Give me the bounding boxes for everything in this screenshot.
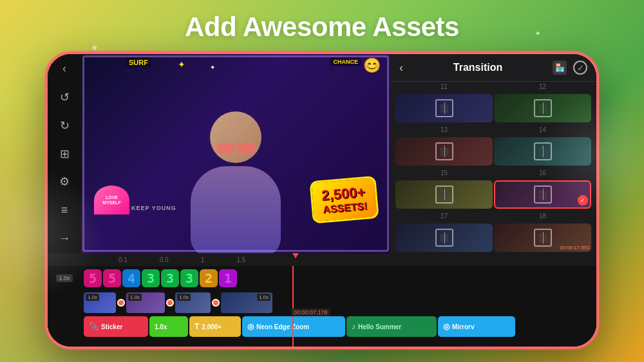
transition-icon-14: ⬛ bbox=[534, 142, 552, 160]
transition-grid-row3: ⬛ ⬛ ✓ bbox=[390, 178, 596, 211]
grid-number-labels-3: 15 16 bbox=[390, 168, 596, 178]
sticker-icon: 📎 bbox=[89, 322, 99, 331]
text-clip[interactable]: T 2,000+ bbox=[189, 316, 241, 337]
mirror-clip[interactable]: ◎ Mirrorv bbox=[438, 316, 515, 337]
transition-icon-15: ⬛ bbox=[435, 186, 453, 204]
chance-text: CHANCE bbox=[330, 57, 361, 66]
bottom-clips-row: 📎 Sticker 1.0x T 2,000+ ◎ Neon Edge Zoom bbox=[48, 315, 596, 338]
star-sticker-1: ✦ bbox=[178, 59, 185, 70]
text-count-label: 2,000+ bbox=[202, 323, 222, 330]
settings-button[interactable]: ⚙ bbox=[54, 173, 75, 190]
grid-number-labels-4: 17 18 bbox=[390, 211, 596, 221]
transition-icon-12: ⬛ bbox=[534, 99, 552, 117]
assets-badge: 2,500+ ASSETS! bbox=[309, 176, 379, 224]
ruler-15: 1.5 bbox=[236, 256, 245, 263]
timeline-ruler: 0.1 0.5 1 1.5 bbox=[48, 253, 596, 266]
confirm-icon[interactable]: ✓ bbox=[573, 61, 587, 75]
keep-young-text: KEEP YOUNG bbox=[131, 205, 176, 211]
clip-connector-1 bbox=[117, 299, 125, 307]
export-button[interactable]: → bbox=[54, 230, 75, 247]
transition-icon-11: ⬛ bbox=[435, 99, 453, 117]
sticker-label: Sticker bbox=[101, 323, 122, 330]
mirror-label: Mirrorv bbox=[452, 323, 474, 330]
content-area: ‹ ↺ ↻ ⊞ ⚙ ≡ → bbox=[48, 54, 596, 253]
clip-2[interactable]: 1.0x bbox=[126, 292, 165, 313]
transition-item-18[interactable]: ⬛ 00:00:17.651 bbox=[494, 224, 591, 252]
menu-button[interactable]: ≡ bbox=[54, 202, 75, 218]
panel-actions: 🏪 ✓ bbox=[553, 61, 587, 75]
video-clips-content: 1.0x 1.0x 1.0x 1. bbox=[81, 292, 596, 313]
track-scale-label: 1.0x bbox=[48, 274, 81, 282]
transition-grid-row4: ⬛ ⬛ 00:00:17.651 bbox=[390, 221, 596, 253]
timeline-area: 0.1 0.5 1 1.5 1.0x bbox=[48, 253, 596, 347]
transition-icon-17: ⬛ bbox=[435, 229, 453, 247]
page-title: Add Awesome Assets bbox=[0, 12, 644, 43]
crop-button[interactable]: ⊞ bbox=[54, 146, 75, 162]
left-sidebar: ‹ ↺ ↻ ⊞ ⚙ ≡ → bbox=[48, 54, 81, 253]
numbers-track: 1.0x 5 5 4 3 3 3 2 1 bbox=[48, 266, 596, 291]
number-chip-2: 2 bbox=[200, 269, 218, 287]
store-icon[interactable]: 🏪 bbox=[553, 61, 567, 75]
emoji-sticker: 😊 bbox=[363, 57, 381, 74]
transition-grid-row1: ⬛ ⬛ bbox=[390, 91, 596, 125]
transition-icon-16: ⬛ bbox=[534, 186, 552, 204]
scale-clip[interactable]: 1.0x bbox=[149, 316, 188, 337]
number-chip-5b: 5 bbox=[103, 269, 121, 287]
text-icon: T bbox=[194, 322, 199, 331]
video-preview: 😊 SURF ✦ ✦ CHANCE LOVEMYSELF 2,500+ bbox=[81, 54, 390, 253]
scale-label: 1.0x bbox=[155, 323, 167, 330]
number-chip-5a: 5 bbox=[84, 269, 102, 287]
back-button[interactable]: ‹ bbox=[54, 61, 75, 77]
transition-item-14[interactable]: ⬛ bbox=[494, 137, 591, 166]
number-chip-1: 1 bbox=[219, 269, 237, 287]
grid-number-labels: 11 12 bbox=[390, 82, 596, 91]
ruler-marks: 0.1 0.5 1 1.5 bbox=[86, 256, 245, 263]
clip-4[interactable]: 1.0x bbox=[221, 292, 272, 313]
music-clip[interactable]: ♪ Hello Summer bbox=[346, 316, 437, 337]
undo-button[interactable]: ↺ bbox=[54, 89, 75, 106]
sticker-clip[interactable]: 📎 Sticker bbox=[84, 316, 148, 337]
panel-title: Transition bbox=[408, 62, 547, 73]
transition-icon-18: ⬛ bbox=[534, 229, 552, 247]
transition-item-12[interactable]: ⬛ bbox=[494, 94, 591, 122]
neon-icon: ◎ bbox=[247, 322, 254, 331]
transition-selected-check: ✓ bbox=[578, 195, 588, 205]
ruler-05: 0.5 bbox=[160, 256, 169, 263]
number-chip-3a: 3 bbox=[142, 269, 160, 287]
playhead bbox=[292, 266, 294, 347]
transition-icon-13: ⬛ bbox=[435, 142, 453, 160]
phone-frame: ‹ ↺ ↻ ⊞ ⚙ ≡ → bbox=[45, 52, 599, 349]
number-chip-3c: 3 bbox=[180, 269, 198, 287]
neon-clip[interactable]: ◎ Neon Edge Zoom bbox=[242, 316, 345, 337]
transition-item-16[interactable]: ⬛ ✓ bbox=[494, 180, 591, 209]
main-clips: 1.0x 1.0x 1.0x 1. bbox=[81, 292, 272, 313]
panel-back-button[interactable]: ‹ bbox=[399, 61, 403, 75]
neon-label: Neon Edge Zoom bbox=[256, 323, 309, 330]
ruler-1: 1 bbox=[201, 256, 205, 263]
transition-item-17[interactable]: ⬛ bbox=[395, 224, 493, 252]
transition-panel: ‹ Transition 🏪 ✓ 11 12 ⬛ bbox=[390, 54, 596, 253]
timeline-tracks: 1.0x 5 5 4 3 3 3 2 1 bbox=[48, 266, 596, 347]
surf-sticker: SURF bbox=[126, 57, 151, 68]
number-chip-4: 4 bbox=[122, 269, 140, 287]
playhead-marker bbox=[292, 253, 299, 258]
transition-item-13[interactable]: ⬛ bbox=[395, 137, 493, 166]
panel-header: ‹ Transition 🏪 ✓ bbox=[390, 54, 596, 82]
redo-button[interactable]: ↻ bbox=[54, 117, 75, 134]
video-clips-track: 1.0x 1.0x 1.0x 1. bbox=[48, 291, 596, 315]
transition-item-11[interactable]: ⬛ bbox=[395, 94, 493, 122]
ruler-01: 0.1 bbox=[118, 256, 128, 263]
video-stickers: 😊 SURF ✦ ✦ CHANCE LOVEMYSELF 2,500+ bbox=[81, 54, 390, 253]
grid-number-labels-2: 13 14 bbox=[390, 125, 596, 135]
transition-item-15[interactable]: ⬛ bbox=[395, 180, 493, 209]
number-chip-3b: 3 bbox=[161, 269, 179, 287]
clip-connector-3 bbox=[212, 299, 220, 307]
music-label: Hello Summer bbox=[358, 323, 401, 330]
clip-3[interactable]: 1.0x bbox=[175, 292, 211, 313]
heart-sticker: LOVEMYSELF bbox=[94, 186, 129, 214]
clip-1[interactable]: 1.0x bbox=[84, 292, 116, 313]
music-icon: ♪ bbox=[352, 322, 355, 331]
clip-connector-2 bbox=[166, 299, 174, 307]
playhead-time: 00:00:07.178 bbox=[291, 309, 330, 316]
number-chips: 5 5 4 3 3 3 2 1 bbox=[81, 269, 240, 287]
